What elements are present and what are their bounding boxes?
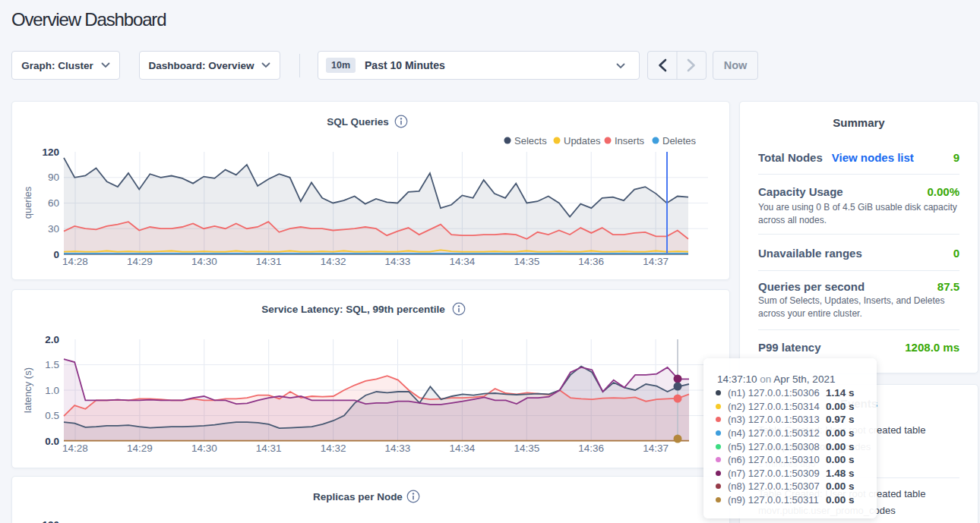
svg-text:14:35: 14:35 <box>514 443 539 454</box>
svg-text:1.0: 1.0 <box>45 385 59 396</box>
svg-text:60: 60 <box>48 197 59 209</box>
svg-text:Service Latency: SQL, 99th per: Service Latency: SQL, 99th percentile <box>261 304 445 315</box>
svg-text:14:32: 14:32 <box>321 256 346 267</box>
svg-text:14:29: 14:29 <box>127 443 153 454</box>
svg-text:14:37: 14:37 <box>643 256 669 267</box>
svg-text:0.0: 0.0 <box>45 436 59 447</box>
svg-text:120: 120 <box>42 519 59 523</box>
svg-text:90: 90 <box>48 172 59 183</box>
svg-text:14:35: 14:35 <box>514 256 539 267</box>
svg-text:queries: queries <box>22 186 33 219</box>
svg-text:14:28: 14:28 <box>62 443 88 454</box>
svg-text:14:33: 14:33 <box>385 256 411 267</box>
svg-text:14:29: 14:29 <box>127 256 153 267</box>
svg-text:0.5: 0.5 <box>45 410 59 421</box>
svg-text:14:30: 14:30 <box>191 256 217 267</box>
svg-text:30: 30 <box>48 223 59 235</box>
svg-text:Inserts: Inserts <box>615 135 645 147</box>
svg-text:SQL Queries: SQL Queries <box>327 116 389 128</box>
svg-text:14:31: 14:31 <box>256 256 282 267</box>
svg-text:1.5: 1.5 <box>45 359 59 370</box>
svg-text:Replicas per Node: Replicas per Node <box>313 491 403 503</box>
svg-text:latency (s): latency (s) <box>22 367 33 413</box>
svg-text:Selects: Selects <box>514 135 547 147</box>
svg-text:Deletes: Deletes <box>662 135 697 147</box>
svg-text:14:36: 14:36 <box>578 256 604 267</box>
svg-text:14:33: 14:33 <box>385 443 411 454</box>
svg-text:14:30: 14:30 <box>191 443 217 454</box>
svg-text:14:32: 14:32 <box>321 443 346 454</box>
svg-text:14:36: 14:36 <box>578 443 604 454</box>
svg-text:14:34: 14:34 <box>450 443 476 454</box>
svg-text:14:31: 14:31 <box>256 443 282 454</box>
svg-text:Updates: Updates <box>564 135 601 147</box>
svg-text:14:37: 14:37 <box>643 443 669 454</box>
svg-text:14:34: 14:34 <box>450 256 476 267</box>
svg-text:120: 120 <box>42 147 59 158</box>
svg-text:0: 0 <box>53 249 59 260</box>
svg-text:2.0: 2.0 <box>45 334 59 345</box>
svg-text:14:28: 14:28 <box>62 256 88 267</box>
